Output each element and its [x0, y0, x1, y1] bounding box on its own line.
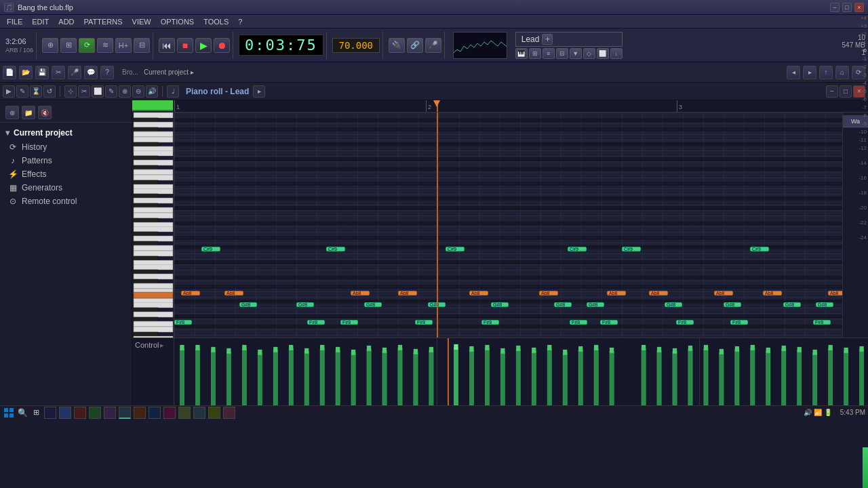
piano-tool-6[interactable]: ◇	[583, 48, 595, 59]
note-gs8-9[interactable]: G#8	[724, 302, 741, 307]
note-gs8-11[interactable]: G#8	[816, 302, 833, 307]
pr-tool2-button[interactable]: ⌛	[30, 85, 42, 98]
note-fs8-9[interactable]: F#8	[730, 320, 748, 325]
sidebar-icon-2[interactable]: 📁	[22, 106, 35, 119]
menu-help[interactable]: ?	[234, 16, 246, 27]
taskbar-app-8[interactable]	[149, 407, 161, 419]
piano-tool-1[interactable]: 🎹	[515, 48, 528, 59]
nav-back-button[interactable]: ◂	[787, 66, 800, 79]
note-cs9-2[interactable]: C#9	[326, 247, 345, 251]
roll-ruler[interactable]: 1 2 3	[174, 100, 868, 112]
taskbar-app-3[interactable]	[74, 407, 86, 419]
pr-knife-button[interactable]: ✂	[78, 85, 90, 98]
taskbar-taskview[interactable]: ⊞	[30, 407, 42, 419]
note-gs8-1[interactable]: G#8	[239, 302, 257, 307]
up-button[interactable]: ↑	[819, 66, 833, 79]
taskbar-app-7[interactable]	[134, 407, 146, 419]
pr-tool1-button[interactable]: ✎	[16, 85, 28, 98]
note-gs8-2[interactable]: G#8	[296, 302, 314, 307]
piano-tool-3[interactable]: ≡	[542, 48, 555, 59]
note-fs8-4[interactable]: F#8	[415, 320, 433, 325]
mode2-button[interactable]: ⊟	[134, 38, 150, 53]
title-bar-controls[interactable]: − □ ×	[830, 3, 864, 12]
note-fs8-1[interactable]: F#8	[174, 320, 192, 325]
taskbar-app-5[interactable]	[104, 407, 116, 419]
pr-select-button[interactable]: ⊹	[64, 85, 77, 98]
start-button[interactable]	[3, 407, 15, 419]
close-button[interactable]: ×	[854, 3, 864, 12]
note-cs9-6[interactable]: C#9	[750, 247, 769, 251]
sidebar-item-patterns[interactable]: ♪ Patterns	[0, 154, 132, 167]
pr-play-button[interactable]: ▶	[3, 85, 15, 98]
sidebar-item-history[interactable]: ⟳ History	[0, 140, 132, 154]
menu-view[interactable]: VIEW	[128, 16, 155, 27]
note-cs9-3[interactable]: C#9	[446, 247, 465, 251]
maximize-button[interactable]: □	[842, 3, 852, 12]
mode-button[interactable]: H+	[115, 38, 132, 53]
note-ab8-2[interactable]: Ab8	[224, 291, 243, 296]
piano-tool-8[interactable]: ↓	[610, 48, 623, 59]
pr-speaker-button[interactable]: 🔊	[146, 85, 158, 98]
piano-tool-4[interactable]: ⊟	[556, 48, 568, 59]
pr-tool3-button[interactable]: ↺	[43, 85, 56, 98]
taskbar-app-9[interactable]	[163, 407, 176, 419]
taskbar-app-10[interactable]	[178, 407, 191, 419]
taskbar-app-2[interactable]	[59, 407, 71, 419]
menu-file[interactable]: FILE	[3, 16, 26, 27]
note-ab8-11[interactable]: Ab8	[828, 291, 842, 296]
sidebar-item-remote[interactable]: ⊙ Remote control	[0, 195, 132, 208]
zoom-button[interactable]: ⊞	[60, 38, 77, 53]
note-fs8-5[interactable]: F#8	[481, 320, 499, 325]
note-ab8-10[interactable]: Ab8	[763, 291, 782, 296]
note-ab8-9[interactable]: Ab8	[714, 291, 733, 296]
pr-metronome-button[interactable]: ♩	[167, 85, 179, 98]
piano-tool-5[interactable]: ▼	[570, 48, 582, 59]
control-grid-area[interactable]	[174, 338, 868, 405]
help-button[interactable]: ?	[100, 66, 114, 79]
pr-restore-button[interactable]: □	[840, 85, 852, 98]
note-ab8-1[interactable]: Ab8	[181, 291, 200, 296]
note-ab8-5[interactable]: Ab8	[469, 291, 488, 296]
taskbar-search[interactable]: 🔍	[16, 407, 28, 419]
note-gs8-7[interactable]: G#8	[587, 302, 604, 307]
note-fs8-8[interactable]: F#8	[676, 320, 694, 325]
record-button[interactable]: ⏺	[214, 38, 230, 53]
cut-button[interactable]: ✂	[52, 66, 65, 79]
minimize-button[interactable]: −	[830, 3, 840, 12]
move-tool-button[interactable]: ⊕	[42, 38, 58, 53]
open-button[interactable]: 📂	[19, 66, 33, 79]
control-expand[interactable]: ▸	[160, 341, 164, 350]
note-gs8-5[interactable]: G#8	[491, 302, 509, 307]
note-fs8-10[interactable]: F#8	[813, 320, 831, 325]
pr-arrow-button[interactable]: ▸	[253, 85, 265, 98]
nav-fwd-button[interactable]: ▸	[803, 66, 816, 79]
loop-button[interactable]: ⟳	[79, 38, 95, 53]
back-button[interactable]: ⏮	[159, 38, 175, 53]
pr-zoom-in-button[interactable]: ⊕	[119, 85, 131, 98]
note-ab8-3[interactable]: Ab8	[351, 291, 370, 296]
stutter-button[interactable]: ≋	[97, 38, 113, 53]
menu-edit[interactable]: EDIT	[28, 16, 53, 27]
menu-add[interactable]: ADD	[54, 16, 78, 27]
note-fs8-6[interactable]: F#8	[570, 320, 587, 325]
plugin-button[interactable]: 🔌	[389, 38, 405, 53]
menu-tools[interactable]: TOOLS	[199, 16, 233, 27]
note-gs8-6[interactable]: G#8	[554, 302, 572, 307]
note-fs8-3[interactable]: F#8	[340, 320, 358, 325]
note-gs8-8[interactable]: G#8	[665, 302, 682, 307]
bpm-input[interactable]	[332, 38, 380, 53]
note-ab8-6[interactable]: Ab8	[539, 291, 558, 296]
breadcrumb-project[interactable]: Current project ▸	[144, 68, 194, 76]
sidebar-project-header[interactable]: ▾ Current project	[0, 125, 132, 140]
pr-erase-button[interactable]: ⬜	[92, 85, 104, 98]
msg-button[interactable]: 💬	[84, 66, 98, 79]
note-ab8-8[interactable]: Ab8	[649, 291, 668, 296]
stop-button[interactable]: ■	[177, 38, 193, 53]
grid-area[interactable]: C#9 C#9 C#9 C#9 C#9 C#9 Ab8 Ab8 Ab8 Ab8 …	[174, 113, 842, 338]
mic-button[interactable]: 🎤	[425, 38, 441, 53]
sidebar-item-generators[interactable]: ▦ Generators	[0, 181, 132, 195]
note-cs9-4[interactable]: C#9	[568, 247, 587, 251]
note-gs8-10[interactable]: G#8	[783, 302, 801, 307]
taskbar-app-12[interactable]	[208, 407, 220, 419]
sidebar-icon-1[interactable]: ⊕	[5, 106, 19, 119]
